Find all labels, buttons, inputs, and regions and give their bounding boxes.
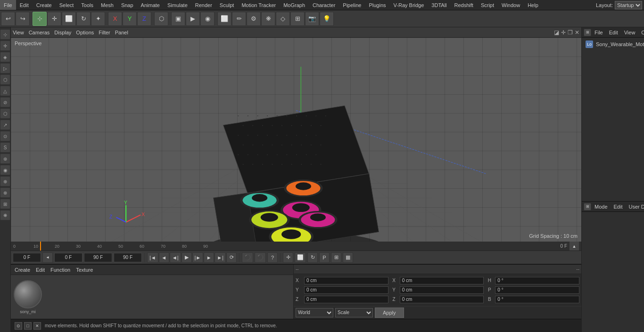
prev-frame-button[interactable]: ◄ [159, 252, 169, 263]
go-start-button[interactable]: |◄ [147, 252, 158, 263]
frame-current-input[interactable] [54, 253, 83, 262]
world-select[interactable]: World [296, 308, 333, 317]
viewport-panel-menu[interactable]: Panel [115, 30, 128, 35]
material-thumbnail[interactable] [14, 280, 42, 308]
render-view-button[interactable]: ▶ [186, 12, 200, 26]
viewport-cameras-menu[interactable]: Cameras [29, 30, 50, 35]
menu-plugins[interactable]: Plugins [365, 0, 389, 10]
viewport-options-menu[interactable]: Options [76, 30, 94, 35]
y-rot-field[interactable]: 0 cm [400, 286, 484, 294]
y-pos-field[interactable]: 0 cm [304, 286, 388, 294]
menu-render[interactable]: Render [191, 0, 216, 10]
viewport-icon-1[interactable]: ◪ [554, 29, 559, 36]
sidebar-btn-6[interactable]: △ [0, 86, 10, 96]
h-field[interactable]: 0 ° [495, 277, 579, 284]
loop-button[interactable]: ⟳ [226, 252, 237, 263]
x-rot-field[interactable]: 0 cm [400, 277, 484, 284]
attr-edit-menu[interactable]: Edit [611, 202, 626, 211]
obj-edit-menu[interactable]: Edit [606, 27, 621, 37]
menu-snap[interactable]: Snap [117, 0, 137, 10]
menu-help[interactable]: Help [524, 0, 542, 10]
menu-motion-tracker[interactable]: Motion Tracker [238, 0, 280, 10]
layout-select[interactable]: Startup [615, 1, 642, 9]
viewport-3d[interactable]: Perspective [11, 38, 581, 242]
grid-button[interactable]: ⊞ [290, 12, 305, 26]
frame-start-input[interactable] [13, 253, 41, 262]
viewport-icon-3[interactable]: ❐ [568, 29, 573, 36]
param-button[interactable]: P [319, 252, 330, 263]
x-axis-button[interactable]: X [108, 12, 122, 26]
sidebar-btn-12[interactable]: ⊛ [0, 154, 10, 164]
record-button[interactable]: ⚫ [242, 252, 253, 263]
apply-button[interactable]: Apply [375, 308, 404, 318]
frame-preview-end-input[interactable] [114, 253, 142, 262]
p-field[interactable]: 0 ° [495, 286, 579, 294]
render-button[interactable]: ◉ [200, 12, 215, 26]
go-end-button[interactable]: ►| [215, 252, 226, 263]
sidebar-btn-13[interactable]: ◉ [0, 165, 10, 175]
spline-button[interactable]: ⚙ [247, 12, 261, 26]
b-field[interactable]: 0 ° [495, 296, 579, 303]
object-mode-button[interactable]: ⬡ [154, 12, 168, 26]
render-region-button[interactable]: ▣ [171, 12, 185, 26]
sidebar-btn-11[interactable]: S [0, 142, 10, 153]
status-icon-2[interactable]: □ [24, 322, 32, 330]
rotate-tool-button[interactable]: ↻ [76, 12, 91, 26]
cube-button[interactable]: ⬜ [217, 12, 231, 26]
move-tool-button[interactable]: ✛ [47, 12, 61, 26]
viewport-icon-4[interactable]: ✕ [575, 29, 579, 36]
sidebar-btn-1[interactable]: ⊹ [0, 29, 10, 40]
menu-character[interactable]: Character [309, 0, 339, 10]
menu-script[interactable]: Script [477, 0, 498, 10]
sidebar-btn-5[interactable]: ⬡ [0, 74, 10, 85]
frame-end-input[interactable] [84, 253, 112, 262]
sidebar-btn-16[interactable]: ⊞ [0, 199, 10, 209]
playhead[interactable] [40, 242, 41, 251]
sidebar-btn-7[interactable]: ⊘ [0, 97, 10, 107]
menu-select[interactable]: Select [56, 0, 78, 10]
sidebar-btn-15[interactable]: ⊗ [0, 187, 10, 198]
transform-button[interactable]: ✦ [91, 12, 105, 26]
z-rot-field[interactable]: 0 cm [400, 296, 484, 303]
sidebar-btn-4[interactable]: ▷ [0, 63, 10, 73]
viewport-display-menu[interactable]: Display [54, 30, 71, 35]
light-button[interactable]: 💡 [320, 12, 334, 26]
sidebar-btn-2[interactable]: ✛ [0, 40, 10, 51]
menu-vray[interactable]: V-Ray Bridge [390, 0, 428, 10]
pen-button[interactable]: ✏ [232, 12, 246, 26]
x-pos-field[interactable]: 0 cm [304, 277, 388, 284]
sidebar-btn-17[interactable]: ❋ [0, 210, 10, 220]
material-item[interactable]: sony_mi [14, 280, 42, 314]
viewport-view-menu[interactable]: View [13, 30, 24, 35]
sidebar-btn-14[interactable]: ⊕ [0, 176, 10, 186]
obj-view-menu[interactable]: View [621, 27, 638, 37]
scale-tool-button[interactable]: ⬜ [62, 12, 76, 26]
sidebar-btn-3[interactable]: ◈ [0, 52, 10, 62]
key-button[interactable]: ? [267, 252, 278, 263]
menu-mograph[interactable]: MoGraph [280, 0, 309, 10]
obj-objects-menu[interactable]: Objects [638, 27, 644, 37]
mat-create-menu[interactable]: Create [15, 267, 30, 273]
undo-button[interactable]: ↩ [1, 12, 15, 26]
camera-button[interactable]: 📷 [305, 12, 319, 26]
z-axis-button[interactable]: Z [137, 12, 151, 26]
mat-function-menu[interactable]: Function [50, 267, 70, 273]
scale-3d-button[interactable]: ⬜ [295, 252, 306, 263]
mat-texture-menu[interactable]: Texture [76, 267, 93, 273]
sidebar-btn-9[interactable]: ↗ [0, 120, 10, 130]
array-button[interactable]: ❋ [261, 12, 275, 26]
menu-edit[interactable]: Edit [16, 0, 33, 10]
menu-redshift[interactable]: Redshift [451, 0, 477, 10]
grid-view-button[interactable]: ⊞ [331, 252, 341, 263]
viewport-icon-2[interactable]: ✛ [561, 29, 566, 36]
auto-key-button[interactable]: ⚫ [255, 252, 266, 263]
y-axis-button[interactable]: Y [123, 12, 137, 26]
attr-userdata-menu[interactable]: User Data [626, 202, 644, 211]
select-tool-button[interactable]: ⊹ [33, 12, 47, 26]
dope-sheet-button[interactable]: ▦ [343, 252, 353, 263]
sidebar-btn-10[interactable]: ⊙ [0, 131, 10, 141]
menu-file[interactable]: File [0, 0, 16, 10]
rotate-3d-button[interactable]: ↻ [307, 252, 318, 263]
status-icon-1[interactable]: ⊙ [15, 322, 22, 330]
viewport-filter-menu[interactable]: Filter [99, 30, 110, 35]
